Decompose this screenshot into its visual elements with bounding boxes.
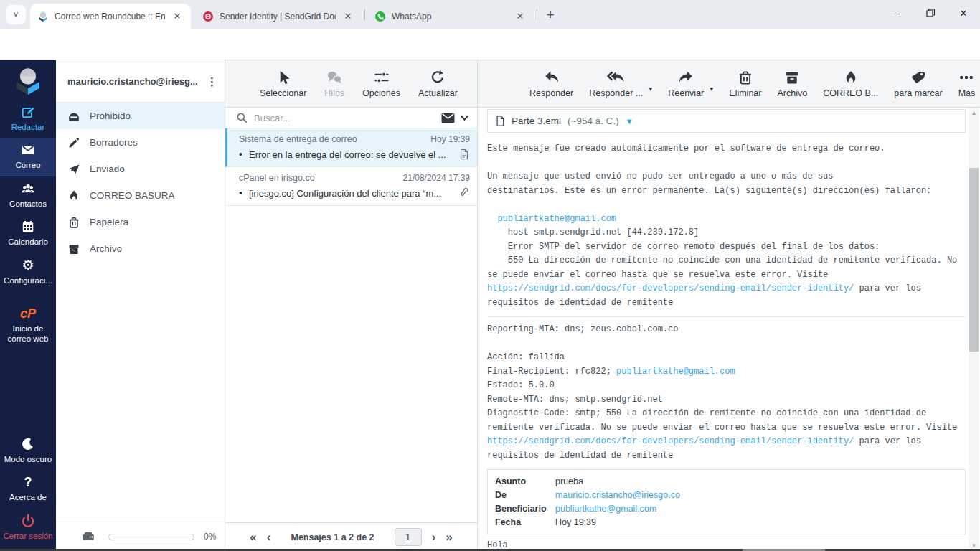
message-sender: Sistema de entrega de correo <box>239 134 430 144</box>
window-minimize-button[interactable]: – <box>883 0 912 26</box>
forward-dropdown-caret-icon[interactable]: ▾ <box>710 85 713 93</box>
roundcube-app: Redactar Correo Contactos Calendario ⚙ C… <box>0 60 980 551</box>
folder-item-drafts[interactable]: Borradores <box>56 129 225 156</box>
sidebar-item-label: Acerca de <box>9 492 47 502</box>
search-options-chevron-down-icon[interactable] <box>461 115 468 121</box>
window-close-button[interactable]: ✕ <box>949 0 978 26</box>
tab-sendgrid[interactable]: Sender Identity | SendGrid Docs ✕ <box>195 4 362 29</box>
archive-button[interactable]: Archivo <box>777 70 807 98</box>
archive-box-icon <box>67 242 80 255</box>
reply-all-dropdown-caret-icon[interactable]: ▾ <box>649 85 652 93</box>
message-part-header[interactable]: Parte 3.eml (~954 a. C.) ▼ <box>487 109 966 133</box>
options-button[interactable]: Opciones <box>362 70 400 98</box>
scrollbar-thumb[interactable] <box>969 168 979 352</box>
sliders-icon <box>374 70 390 85</box>
restore-icon <box>926 9 935 17</box>
folder-item-trash[interactable]: Papelera <box>56 209 225 235</box>
reply-button[interactable]: Responder <box>529 70 573 98</box>
account-email: mauricio.cristancho@iriesg... <box>67 76 207 87</box>
browser-toolbar: iriesgo.co:2096/cpsess9687403724/3rdpart… <box>0 29 980 60</box>
select-button[interactable]: Seleccionar <box>260 70 306 98</box>
disk-icon <box>80 529 96 544</box>
folder-item-junk[interactable]: CORREO BASURA <box>56 182 225 209</box>
tab-title: WhatsApp <box>392 11 508 22</box>
sidebar-item-about[interactable]: ? Acerca de <box>0 470 56 508</box>
quota-bar: 0% <box>56 522 225 551</box>
question-mark-icon: ? <box>24 475 32 489</box>
tab-roundcube[interactable]: Correo web Roundcube :: Entra ✕ <box>30 4 191 29</box>
button-label: Hilos <box>324 88 344 98</box>
sidebar-item-contacts[interactable]: Contactos <box>0 176 56 215</box>
folders-panel: mauricio.cristancho@iriesg... ⋮ Prohibid… <box>56 60 225 551</box>
sidebar-item-calendar[interactable]: Calendario <box>0 215 56 253</box>
sender-email-link[interactable]: mauricio.cristancho@iriesgo.co <box>555 490 958 500</box>
sidebar-item-label: Redactar <box>11 122 45 132</box>
window-restore-button[interactable] <box>916 0 945 26</box>
scroll-down-arrow-icon[interactable]: ▼ <box>969 542 979 549</box>
detail-label: De <box>495 490 555 500</box>
sidebar-item-settings[interactable]: ⚙ Configuraci... <box>0 253 56 291</box>
button-label: Reenviar <box>668 88 704 98</box>
sidebar-item-logout[interactable]: Cerrar sesión <box>0 509 56 547</box>
document-icon <box>495 115 505 127</box>
sidebar-item-compose[interactable]: Redactar <box>0 100 56 138</box>
tab-whatsapp[interactable]: WhatsApp ✕ <box>367 4 534 29</box>
delete-button[interactable]: Eliminar <box>729 70 761 98</box>
message-row[interactable]: cPanel en irisgo.co 21/08/2024 17:39 • [… <box>225 167 477 206</box>
search-scope-mail-icon[interactable] <box>441 113 455 123</box>
search-input[interactable] <box>254 113 435 123</box>
moon-icon <box>21 437 35 451</box>
reply-all-button[interactable]: Responder ... <box>589 70 643 98</box>
forward-button[interactable]: Reenviar <box>668 70 704 98</box>
part-dropdown-caret-icon[interactable]: ▼ <box>626 117 633 126</box>
folder-item-inbox[interactable]: Prohibido <box>56 103 225 129</box>
recipient-email-link[interactable]: publiartkathe@gmail.com <box>555 504 958 514</box>
button-label: CORREO B... <box>823 88 878 98</box>
sidebar-item-dark-mode[interactable]: Modo oscuro <box>0 432 56 470</box>
content-scrollbar[interactable]: ▲ ▼ <box>969 108 979 551</box>
sidebar-item-webmail-home[interactable]: cP Inicio de correo web <box>0 301 56 350</box>
prev-page-button[interactable]: ‹ <box>267 531 271 543</box>
tab-close-icon[interactable]: ✕ <box>341 11 354 22</box>
junk-button[interactable]: CORREO B... <box>823 70 878 98</box>
sendgrid-docs-link[interactable]: https://sendgrid.com/docs/for-developers… <box>487 436 854 446</box>
scroll-up-arrow-icon[interactable]: ▲ <box>969 110 979 116</box>
mark-button[interactable]: para marcar <box>894 70 942 98</box>
tab-search-button[interactable]: ˅ <box>6 5 26 24</box>
tab-close-icon[interactable]: ✕ <box>514 11 527 22</box>
mail-toolbar: Responder Responder ... ▾ Reenviar ▾ Eli… <box>478 60 980 108</box>
page-number-input[interactable]: 1 <box>395 528 422 546</box>
more-button[interactable]: Más <box>958 70 976 98</box>
button-label: para marcar <box>894 88 942 98</box>
recipient-email-link[interactable]: publiartkathe@gmail.com <box>497 214 616 224</box>
sidebar-item-label: Inicio de correo web <box>1 324 55 344</box>
recipient-email-link[interactable]: publiartkathe@gmail.com <box>616 367 735 377</box>
folder-label: Borradores <box>90 137 138 148</box>
message-row[interactable]: Sistema de entrega de correo Hoy 19:39 •… <box>225 128 477 167</box>
first-page-button[interactable]: « <box>250 531 256 543</box>
tab-close-icon[interactable]: ✕ <box>171 11 184 22</box>
sidebar-item-mail[interactable]: Correo <box>0 138 56 176</box>
sendgrid-docs-link[interactable]: https://sendgrid.com/docs/for-developers… <box>487 283 854 293</box>
next-page-button[interactable]: › <box>432 531 436 543</box>
new-tab-button[interactable]: + <box>541 6 560 24</box>
pagination-bar: « ‹ Mensajes 1 a 2 de 2 1 › » <box>225 522 477 551</box>
part-filename: Parte 3.eml <box>512 116 561 126</box>
last-page-button[interactable]: » <box>446 531 452 543</box>
sidebar-item-label: Contactos <box>9 199 47 209</box>
folder-label: CORREO BASURA <box>90 190 175 201</box>
inbox-icon <box>67 110 80 123</box>
folder-label: Papelera <box>90 217 128 227</box>
pointer-icon <box>275 70 291 85</box>
button-label: Archivo <box>777 88 807 98</box>
detail-value: Hoy 19:39 <box>555 517 958 527</box>
body-text: host smtp.sendgrid.net [44.239.172.8] Er… <box>487 227 957 280</box>
detail-row: Asunto prueba <box>495 474 958 488</box>
folder-item-archive[interactable]: Archivo <box>56 235 225 262</box>
button-label: Opciones <box>362 88 400 98</box>
detail-value: prueba <box>555 476 958 486</box>
threads-button[interactable]: Hilos <box>324 70 344 98</box>
folder-menu-kebab-icon[interactable]: ⋮ <box>207 76 217 87</box>
refresh-button[interactable]: Actualizar <box>418 70 458 98</box>
folder-item-sent[interactable]: Enviado <box>56 156 225 182</box>
